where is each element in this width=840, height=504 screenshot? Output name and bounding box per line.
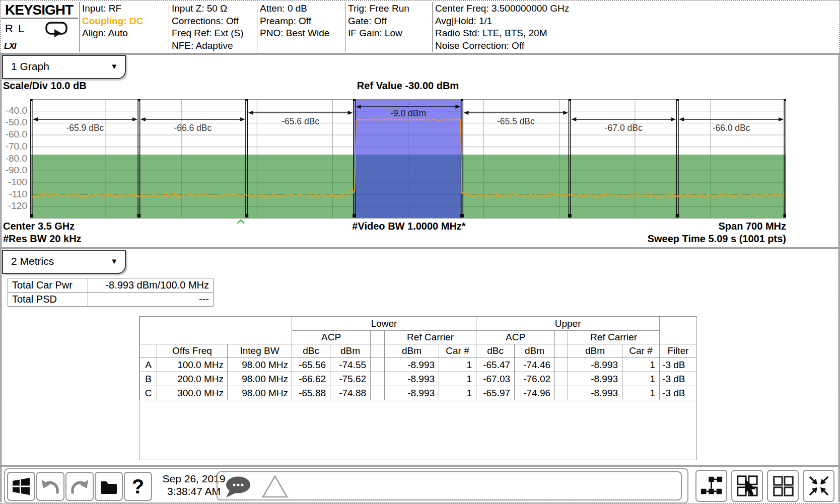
acp-cell-lower-car: 1 xyxy=(439,372,476,386)
touch-screen-button[interactable] xyxy=(731,470,763,502)
summary-value: --- xyxy=(88,293,214,307)
ref-value-label: Ref Value -30.00 dBm xyxy=(307,80,509,92)
speech-bubble-icon xyxy=(224,475,255,498)
header-col-atten: Atten: 0 dB Preamp: Off PNO: Best Wide xyxy=(260,3,329,40)
header-field: Align: Auto xyxy=(82,27,143,40)
y-tick-label: -70.0 xyxy=(0,141,27,152)
redo-icon xyxy=(69,476,90,496)
question-mark-icon: ? xyxy=(132,476,144,496)
acp-cell-filter: -3 dB xyxy=(660,372,697,386)
window-separator xyxy=(0,247,840,249)
acp-cell-offs: 100.0 MHz xyxy=(157,358,228,372)
summary-value: -8.993 dBm/100.0 MHz xyxy=(88,278,214,293)
spacer-cell xyxy=(555,358,568,372)
header-field: Preamp: Off xyxy=(260,15,329,28)
header-divider xyxy=(257,2,257,52)
spacer-cell xyxy=(555,386,568,400)
brand-divider xyxy=(1,18,78,19)
file-explorer-button[interactable] xyxy=(95,472,123,501)
header-field: Input: RF xyxy=(82,3,143,15)
acp-subheader-acp: ACP xyxy=(292,331,371,344)
header-field: Freq Ref: Ext (S) xyxy=(172,27,244,40)
touch-grid-icon xyxy=(736,474,759,497)
acp-cell-id: C xyxy=(140,386,157,400)
table-row: Total Car Pwr -8.993 dBm/100.0 MHz xyxy=(8,278,214,293)
acp-row-a: A 100.0 MHz 98.00 MHz -65.56 -74.55 -8.9… xyxy=(140,358,697,372)
windows-logo-icon xyxy=(11,476,31,496)
sequence-setup-button[interactable] xyxy=(695,470,727,502)
header-field: Gate: Off xyxy=(348,15,409,28)
acp-subheader-acp: ACP xyxy=(476,331,555,344)
acp-col-dbm: dBm xyxy=(385,344,439,358)
header-field-coupling: Coupling: DC xyxy=(82,15,143,28)
acp-cell-lower-dbm: -74.88 xyxy=(330,386,371,400)
acp-group-upper: Upper xyxy=(476,317,660,331)
acp-cell-lower-ref: -8.993 xyxy=(385,372,439,386)
summary-label: Total Car Pwr xyxy=(8,278,88,293)
help-button[interactable]: ? xyxy=(124,472,152,501)
acp-cell-upper-dbc: -65.97 xyxy=(476,386,515,400)
metrics-view-selector[interactable]: 2 Metrics ▼ xyxy=(2,250,126,274)
y-tick-label: -120 xyxy=(0,200,27,211)
header-field: NFE: Adaptive xyxy=(172,40,244,52)
spacer-cell xyxy=(555,372,568,386)
y-tick-label: -60.0 xyxy=(0,129,27,140)
dropdown-arrow-icon: ▼ xyxy=(110,257,118,265)
region-power-label: -65.9 dBc xyxy=(66,123,104,133)
acp-col-letter xyxy=(140,344,157,358)
acp-col-dbc: dBc xyxy=(476,344,515,358)
mode-indicator: R L xyxy=(5,22,25,35)
acp-cell-id: A xyxy=(140,358,157,372)
acp-cell-lower-dbm: -75.62 xyxy=(330,372,371,386)
acp-group-lower: Lower xyxy=(292,317,476,331)
message-area[interactable] xyxy=(217,471,682,500)
spectrum-plot[interactable]: -65.9 dBc-66.6 dBc-65.6 dBc-9.0 dBm-65.5… xyxy=(30,99,786,219)
header-divider xyxy=(79,2,80,52)
acp-cell-lower-dbc: -66.62 xyxy=(292,372,330,386)
header-divider xyxy=(345,2,345,52)
region-power-label: -66.0 dBc xyxy=(713,123,750,133)
graph-selector-label: 1 Graph xyxy=(11,60,49,73)
spacer-cell xyxy=(371,372,385,386)
acp-col-filter: Filter xyxy=(660,344,697,358)
summary-label: Total PSD xyxy=(8,293,88,307)
res-bw-annotation: #Res BW 20 kHz xyxy=(3,233,82,245)
spacer-cell xyxy=(371,386,385,400)
acp-cell-filter: -3 dB xyxy=(660,358,697,372)
header-field: Avg|Hold: 1/1 xyxy=(435,15,569,28)
acp-row-b: B 200.0 MHz 98.00 MHz -66.62 -75.62 -8.9… xyxy=(140,372,697,386)
y-tick-label: -80.0 xyxy=(0,153,27,164)
redo-button[interactable] xyxy=(65,472,94,501)
node-diagram-icon xyxy=(700,474,723,497)
acp-cell-upper-ref: -8.993 xyxy=(568,372,622,386)
region-power-label: -67.0 dBc xyxy=(605,123,643,133)
undo-button[interactable] xyxy=(36,472,64,501)
header-col-freq: Center Freq: 3.500000000 GHz Avg|Hold: 1… xyxy=(435,3,569,52)
minimize-view-button[interactable] xyxy=(803,470,834,502)
table-row: Lower Upper xyxy=(140,317,697,331)
grid-layout-icon xyxy=(772,474,795,497)
graph-view-selector[interactable]: 1 Graph ▼ xyxy=(2,55,126,79)
acp-subheader-ref-carrier: Ref Carrier xyxy=(385,331,476,344)
header-divider xyxy=(432,2,433,52)
acp-col-offs-freq: Offs Freq xyxy=(157,344,228,358)
header-field: Center Freq: 3.500000000 GHz xyxy=(435,3,569,15)
acp-cell-upper-car: 1 xyxy=(622,358,660,372)
header-divider xyxy=(169,2,169,52)
acp-cell-upper-ref: -8.993 xyxy=(568,386,622,400)
window-layout-button[interactable] xyxy=(767,470,799,502)
acp-cell-offs: 300.0 MHz xyxy=(157,386,228,400)
acp-cell-upper-dbm: -74.46 xyxy=(515,358,555,372)
acp-cell-upper-dbc: -65.47 xyxy=(476,358,515,372)
acp-cell-lower-car: 1 xyxy=(439,386,476,400)
acp-col-car: Car # xyxy=(439,344,476,358)
y-tick-label: -50.0 xyxy=(0,117,27,128)
dropdown-arrow-icon: ▼ xyxy=(110,62,118,70)
acp-cell-lower-dbm: -74.55 xyxy=(330,358,371,372)
right-edge-strip xyxy=(838,55,840,502)
power-summary-table: Total Car Pwr -8.993 dBm/100.0 MHz Total… xyxy=(8,278,214,307)
acp-cell-integ: 98.00 MHz xyxy=(228,372,292,386)
header-field: Atten: 0 dB xyxy=(260,3,329,15)
windows-button[interactable] xyxy=(7,472,35,501)
acp-cell-integ: 98.00 MHz xyxy=(228,358,292,372)
